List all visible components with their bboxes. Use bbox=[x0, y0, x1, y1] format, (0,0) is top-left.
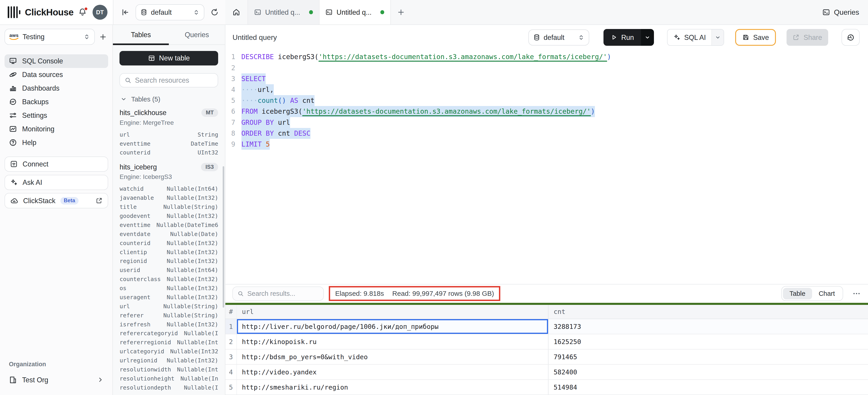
line-number: 7 bbox=[225, 117, 242, 128]
col-header-index[interactable]: # bbox=[225, 305, 237, 319]
sidebar-item-data-sources[interactable]: Data sources bbox=[4, 68, 108, 82]
save-icon bbox=[742, 34, 749, 41]
search-results-input[interactable] bbox=[247, 290, 319, 298]
table-grid-icon bbox=[148, 55, 155, 62]
sidebar-item-settings[interactable]: Settings bbox=[4, 109, 108, 122]
table-column-row: referercategoryidNullable(I bbox=[120, 329, 218, 338]
collapse-sidebar-icon[interactable] bbox=[120, 7, 130, 18]
new-table-button[interactable]: New table bbox=[120, 51, 218, 65]
table-name[interactable]: hits_clickhouse bbox=[120, 109, 201, 117]
search-icon bbox=[237, 290, 244, 297]
search-results-field[interactable] bbox=[232, 286, 324, 301]
database-selector[interactable]: default bbox=[135, 4, 204, 20]
table-column-row: refererNullable(String) bbox=[120, 311, 218, 320]
tab-tables[interactable]: Tables bbox=[113, 25, 169, 45]
terminal-icon bbox=[822, 8, 830, 16]
sidebar-item-monitoring[interactable]: Monitoring bbox=[4, 122, 108, 136]
clickstack-button[interactable]: ClickStack Beta bbox=[4, 193, 108, 208]
chevron-up-down-icon bbox=[84, 34, 90, 40]
result-cell-url[interactable]: http://video.yandex bbox=[237, 365, 549, 379]
result-cell-cnt[interactable]: 3288173 bbox=[549, 319, 868, 334]
editor-database-selector[interactable]: default bbox=[528, 29, 589, 46]
sidebar-item-label: Data sources bbox=[22, 70, 63, 79]
search-resources-field[interactable] bbox=[120, 73, 218, 88]
help-icon bbox=[9, 138, 17, 147]
table-column-row: javaenableNullable(Int32) bbox=[120, 193, 218, 202]
elapsed-stat: Elapsed: 9.818s bbox=[335, 290, 384, 298]
table-column-row: titleNullable(String) bbox=[120, 202, 218, 211]
sidebar-item-dashboards[interactable]: Dashboards bbox=[4, 82, 108, 95]
ask-ai-button[interactable]: Ask AI bbox=[4, 175, 108, 190]
result-cell-url[interactable]: http://liver.ru/belgorod/page/1006.jки/д… bbox=[237, 319, 549, 334]
terminal-icon bbox=[326, 9, 333, 16]
building-icon bbox=[9, 376, 17, 384]
search-resources-input[interactable] bbox=[135, 76, 213, 84]
settings-icon bbox=[9, 111, 17, 120]
sql-ai-options-arrow[interactable] bbox=[711, 29, 724, 45]
results-view-toggle: Table Chart bbox=[781, 286, 843, 301]
col-header-url[interactable]: url bbox=[237, 305, 549, 319]
result-cell-cnt[interactable]: 582400 bbox=[549, 365, 868, 379]
sidebar-item-backups[interactable]: Backups bbox=[4, 95, 108, 109]
queries-button[interactable]: Queries bbox=[813, 0, 868, 25]
table-block-hits-iceberg: hits_iceberg IS3 Engine: IcebergS3 watch… bbox=[120, 163, 218, 392]
result-cell-cnt[interactable]: 514984 bbox=[549, 380, 868, 395]
line-number: 6 bbox=[225, 106, 242, 117]
tables-panel-scrollbar[interactable] bbox=[223, 166, 224, 308]
workspace-selector[interactable]: aws Testing bbox=[4, 29, 95, 45]
result-cell-url[interactable]: http://kinopoisk.ru bbox=[237, 334, 549, 349]
add-service-button[interactable] bbox=[98, 32, 108, 42]
result-cell-cnt[interactable]: 791465 bbox=[549, 349, 868, 364]
result-cell-index[interactable]: 5 bbox=[225, 380, 237, 395]
sql-ai-button[interactable]: SQL AI bbox=[667, 29, 724, 46]
run-options-arrow[interactable] bbox=[641, 29, 654, 46]
sql-ai-label: SQL AI bbox=[684, 33, 706, 41]
query-tab-1[interactable]: Untitled q... bbox=[248, 0, 319, 25]
col-header-cnt[interactable]: cnt bbox=[549, 305, 868, 319]
result-row: 3http://bdsm_po_yers=0&with_video791465 bbox=[225, 349, 868, 365]
tab-queries[interactable]: Queries bbox=[169, 25, 225, 45]
tables-group-toggle[interactable]: Tables (5) bbox=[120, 95, 218, 103]
line-number: 5 bbox=[225, 95, 242, 106]
result-cell-index[interactable]: 4 bbox=[225, 365, 237, 379]
organization-switcher[interactable]: Test Org bbox=[4, 372, 108, 387]
home-tab[interactable] bbox=[225, 0, 248, 25]
sql-editor[interactable]: 1DESCRIBE icebergS3('https://datasets-do… bbox=[225, 50, 868, 284]
table-columns-list: watchidNullable(Int64)javaenableNullable… bbox=[120, 185, 218, 392]
table-column-row: resolutiondepthNullable(I bbox=[120, 383, 218, 392]
result-cell-index[interactable]: 2 bbox=[225, 334, 237, 349]
share-icon bbox=[793, 34, 800, 41]
view-table-option[interactable]: Table bbox=[783, 288, 812, 300]
refresh-icon[interactable] bbox=[209, 7, 220, 18]
monitoring-icon bbox=[9, 125, 17, 133]
query-history-button[interactable] bbox=[841, 29, 860, 46]
clickstack-label: ClickStack bbox=[23, 197, 56, 205]
table-column-row: urlString bbox=[120, 130, 218, 139]
table-column-row: urlcategoryidNullable(Int32 bbox=[120, 347, 218, 356]
results-table: # url cnt 1http://liver.ru/belgorod/page… bbox=[225, 305, 868, 395]
avatar[interactable]: DT bbox=[93, 5, 107, 20]
sidebar-item-help[interactable]: Help bbox=[4, 136, 108, 149]
table-column-row: useragentNullable(Int32) bbox=[120, 293, 218, 302]
save-button[interactable]: Save bbox=[735, 29, 776, 46]
new-tab-button[interactable] bbox=[391, 0, 411, 25]
query-tab-2[interactable]: Untitled q... bbox=[319, 0, 391, 25]
table-block-hits-clickhouse: hits_clickhouse MT Engine: MergeTree url… bbox=[120, 109, 218, 157]
view-chart-option[interactable]: Chart bbox=[812, 288, 841, 300]
table-name[interactable]: hits_iceberg bbox=[120, 163, 201, 171]
table-column-row: eventtimeNullable(DateTime6 bbox=[120, 221, 218, 230]
app-window: ClickHouse DT default bbox=[0, 0, 868, 395]
connect-button[interactable]: Connect bbox=[4, 157, 108, 172]
run-button[interactable]: Run bbox=[603, 29, 654, 46]
results-more-menu[interactable] bbox=[852, 289, 861, 298]
result-cell-index[interactable]: 1 bbox=[225, 319, 237, 334]
result-cell-index[interactable]: 3 bbox=[225, 349, 237, 364]
engine-badge: MT bbox=[202, 109, 218, 117]
result-cell-url[interactable]: http://smeshariki.ru/region bbox=[237, 380, 549, 395]
sidebar-item-sql-console[interactable]: SQL Console bbox=[4, 54, 108, 68]
notifications-bell-icon[interactable] bbox=[78, 8, 87, 17]
result-cell-url[interactable]: http://bdsm_po_yers=0&with_video bbox=[237, 349, 549, 364]
result-cell-cnt[interactable]: 1625250 bbox=[549, 334, 868, 349]
query-title[interactable]: Untitled query bbox=[232, 33, 528, 42]
table-column-row: osNullable(Int32) bbox=[120, 284, 218, 293]
